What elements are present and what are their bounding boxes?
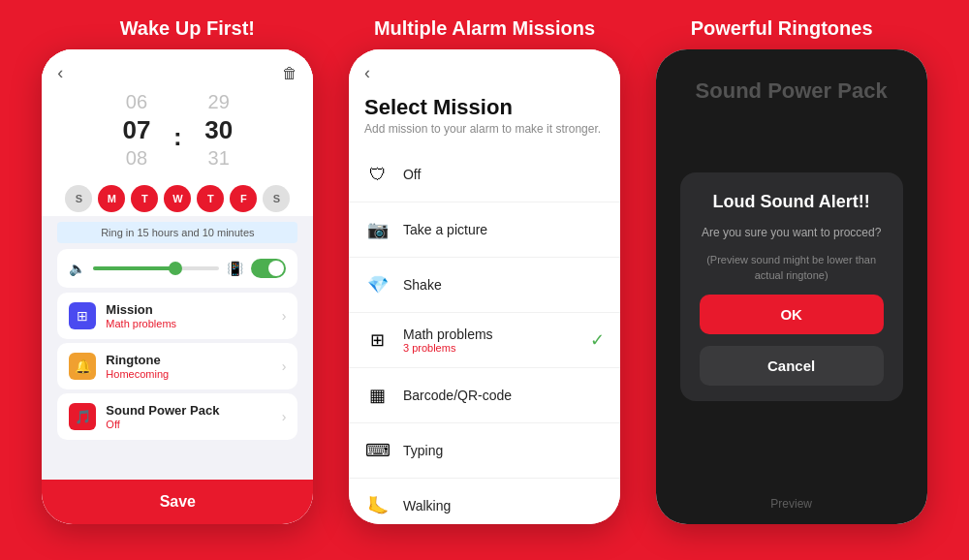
ok-button[interactable]: OK <box>700 295 884 334</box>
setting-icon: ⊞ <box>69 302 96 329</box>
setting-icon: 🎵 <box>69 403 96 430</box>
setting-item-ringtone[interactable]: 🔔 Ringtone Homecoming › <box>57 343 297 389</box>
vibrate-toggle[interactable] <box>251 259 286 278</box>
phones-row: ‹ 🗑 06 07 08 : 29 30 31 SMTWTFS Ring in … <box>0 49 969 524</box>
chevron-right-icon: › <box>282 358 287 374</box>
day-W[interactable]: W <box>164 185 191 212</box>
volume-slider-thumb <box>169 262 182 275</box>
mission-icon: 📷 <box>364 216 391 243</box>
p3-dark-bg: Sound Power Pack Loud Sound Alert!! Are … <box>656 49 927 524</box>
header-row: Wake Up First! Multiple Alarm Missions P… <box>0 0 969 49</box>
p1-settings-list: 🔈 📳 ⊞ Mission Math problems <box>42 249 313 476</box>
volume-row: 🔈 📳 <box>57 249 297 288</box>
p2-mission-list: 🛡 Off 📷 Take a picture 💎 Shake <box>349 147 620 524</box>
hour-after: 08 <box>126 147 147 170</box>
header-col1: Wake Up First! <box>51 17 323 40</box>
mission-item-off[interactable]: 🛡 Off <box>349 147 620 202</box>
hour-active: 07 <box>123 115 151 145</box>
mission-left: 🛡 Off <box>364 161 421 188</box>
day-F[interactable]: F <box>230 185 257 212</box>
vibrate-icon: 📳 <box>227 261 243 276</box>
mission-label: Walking <box>403 498 451 513</box>
mission-item-barcode/qr-code[interactable]: ▦ Barcode/QR-code <box>349 368 620 423</box>
phone1-inner: ‹ 🗑 06 07 08 : 29 30 31 SMTWTFS Ring in … <box>42 49 313 524</box>
header-col3: Powerful Ringtones <box>646 17 918 40</box>
p2-topbar: ‹ <box>349 49 620 91</box>
minute-after: 31 <box>208 147 230 170</box>
cancel-button[interactable]: Cancel <box>700 346 884 386</box>
mission-label: Typing <box>403 443 443 458</box>
volume-slider[interactable] <box>93 266 219 270</box>
mission-icon: 💎 <box>364 271 391 298</box>
day-T[interactable]: T <box>197 185 224 212</box>
volume-low-icon: 🔈 <box>69 261 85 276</box>
setting-item-sound-power-pack[interactable]: 🎵 Sound Power Pack Off › <box>57 393 297 440</box>
phone3-inner: Sound Power Pack Loud Sound Alert!! Are … <box>656 49 927 524</box>
hour-col: 06 07 08 <box>102 91 172 170</box>
toggle-thumb <box>268 261 284 276</box>
header-col2: Multiple Alarm Missions <box>349 17 620 40</box>
day-T[interactable]: T <box>131 185 158 212</box>
chevron-right-icon: › <box>282 308 287 324</box>
save-button[interactable]: Save <box>42 480 313 524</box>
mission-label: Math problems <box>403 327 493 342</box>
setting-label: Ringtone <box>106 353 169 367</box>
sound-power-bg-text: Sound Power Pack <box>696 78 888 104</box>
phone1: ‹ 🗑 06 07 08 : 29 30 31 SMTWTFS Ring in … <box>42 49 313 524</box>
setting-left: 🎵 Sound Power Pack Off <box>69 403 219 430</box>
loud-sound-dialog: Loud Sound Alert!! Are you sure you want… <box>680 172 903 401</box>
mission-left: ⊞ Math problems 3 problems <box>364 327 493 354</box>
p2-subtitle: Add mission to your alarm to make it str… <box>349 122 620 147</box>
dialog-note: (Preview sound might be lower than actua… <box>700 253 884 283</box>
p2-title: Select Mission <box>349 91 620 122</box>
p1-time-picker: 06 07 08 : 29 30 31 <box>42 87 313 177</box>
mission-item-shake[interactable]: 💎 Shake <box>349 258 620 313</box>
mission-left: ⌨ Typing <box>364 437 443 464</box>
minute-active: 30 <box>204 115 233 145</box>
mission-item-take-a-picture[interactable]: 📷 Take a picture <box>349 202 620 258</box>
mission-left: ▦ Barcode/QR-code <box>364 382 512 409</box>
setting-icon: 🔔 <box>69 353 96 380</box>
phone2: ‹ Select Mission Add mission to your ala… <box>349 49 620 524</box>
mission-label: Shake <box>403 277 442 293</box>
mission-left: 📷 Take a picture <box>364 216 487 243</box>
mission-label: Off <box>403 167 421 182</box>
p1-settings-items: ⊞ Mission Math problems › 🔔 Ringtone Hom… <box>57 293 297 444</box>
time-colon: : <box>172 122 184 152</box>
trash-icon[interactable]: 🗑 <box>282 65 297 82</box>
phone3: Sound Power Pack Loud Sound Alert!! Are … <box>656 49 927 524</box>
day-S[interactable]: S <box>263 185 290 212</box>
mission-left: 🦶 Walking <box>364 492 451 519</box>
mission-item-walking[interactable]: 🦶 Walking <box>349 479 620 524</box>
setting-sub: Homecoming <box>106 368 169 380</box>
dialog-title: Loud Sound Alert!! <box>712 192 869 212</box>
volume-slider-fill <box>93 266 175 270</box>
setting-label: Mission <box>106 302 176 317</box>
back-icon[interactable]: ‹ <box>57 63 63 83</box>
setting-item-mission[interactable]: ⊞ Mission Math problems › <box>57 293 297 339</box>
day-M[interactable]: M <box>98 185 125 212</box>
chevron-right-icon: › <box>282 409 287 424</box>
ring-info: Ring in 15 hours and 10 minutes <box>57 222 297 243</box>
preview-label: Preview <box>770 497 812 511</box>
mission-item-math-problems[interactable]: ⊞ Math problems 3 problems ✓ <box>349 313 620 368</box>
p1-topbar: ‹ 🗑 <box>42 49 313 87</box>
p1-days: SMTWTFS <box>42 177 313 216</box>
mission-icon: 🛡 <box>364 161 391 188</box>
mission-sublabel: 3 problems <box>403 342 493 354</box>
mission-label: Barcode/QR-code <box>403 388 512 403</box>
mission-icon: ⊞ <box>364 327 391 354</box>
phone2-inner: ‹ Select Mission Add mission to your ala… <box>349 49 620 524</box>
setting-sub: Math problems <box>106 318 176 329</box>
mission-label: Take a picture <box>403 222 487 237</box>
setting-sub: Off <box>106 419 219 430</box>
mission-icon: 🦶 <box>364 492 391 519</box>
setting-label: Sound Power Pack <box>106 403 219 418</box>
mission-icon: ▦ <box>364 382 391 409</box>
p2-back-icon[interactable]: ‹ <box>364 63 370 83</box>
mission-item-typing[interactable]: ⌨ Typing <box>349 423 620 479</box>
minute-col: 29 30 31 <box>184 91 254 170</box>
mission-left: 💎 Shake <box>364 271 442 298</box>
mission-icon: ⌨ <box>364 437 391 464</box>
day-S[interactable]: S <box>65 185 92 212</box>
